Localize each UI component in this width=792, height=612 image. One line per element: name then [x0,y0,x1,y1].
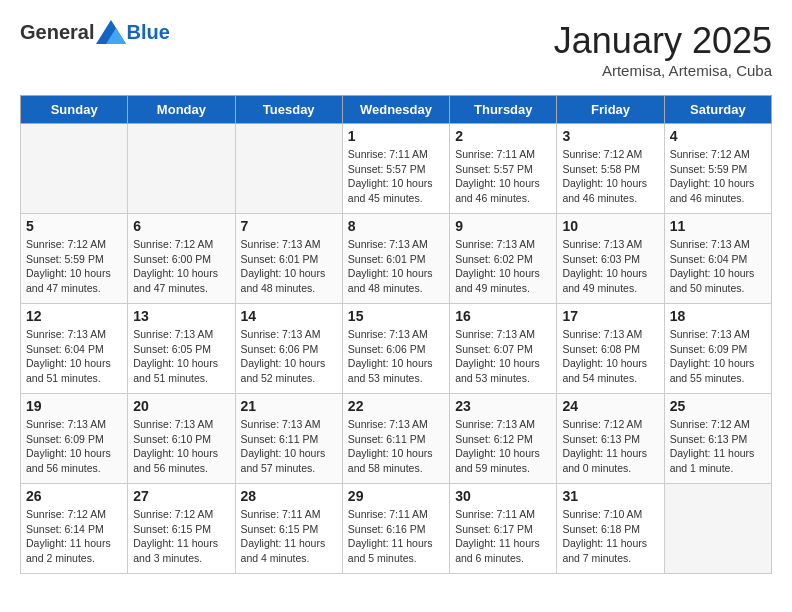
day-number: 14 [241,308,337,324]
day-info: Sunrise: 7:11 AMSunset: 6:17 PMDaylight:… [455,507,551,566]
day-info: Sunrise: 7:10 AMSunset: 6:18 PMDaylight:… [562,507,658,566]
day-number: 25 [670,398,766,414]
day-number: 15 [348,308,444,324]
day-info: Sunrise: 7:12 AMSunset: 6:13 PMDaylight:… [562,417,658,476]
day-info: Sunrise: 7:13 AMSunset: 6:07 PMDaylight:… [455,327,551,386]
day-number: 17 [562,308,658,324]
day-number: 10 [562,218,658,234]
day-number: 5 [26,218,122,234]
day-cell [235,124,342,214]
week-row-5: 26Sunrise: 7:12 AMSunset: 6:14 PMDayligh… [21,484,772,574]
day-number: 11 [670,218,766,234]
day-cell: 9Sunrise: 7:13 AMSunset: 6:02 PMDaylight… [450,214,557,304]
day-cell: 29Sunrise: 7:11 AMSunset: 6:16 PMDayligh… [342,484,449,574]
month-title: January 2025 [554,20,772,62]
day-info: Sunrise: 7:11 AMSunset: 5:57 PMDaylight:… [348,147,444,206]
day-number: 16 [455,308,551,324]
day-info: Sunrise: 7:13 AMSunset: 6:08 PMDaylight:… [562,327,658,386]
day-number: 19 [26,398,122,414]
day-cell: 1Sunrise: 7:11 AMSunset: 5:57 PMDaylight… [342,124,449,214]
day-header-thursday: Thursday [450,96,557,124]
day-header-wednesday: Wednesday [342,96,449,124]
header: General Blue January 2025 Artemisa, Arte… [20,20,772,79]
day-number: 18 [670,308,766,324]
day-number: 23 [455,398,551,414]
header-row: SundayMondayTuesdayWednesdayThursdayFrid… [21,96,772,124]
day-number: 7 [241,218,337,234]
day-cell: 18Sunrise: 7:13 AMSunset: 6:09 PMDayligh… [664,304,771,394]
day-cell: 7Sunrise: 7:13 AMSunset: 6:01 PMDaylight… [235,214,342,304]
day-cell: 4Sunrise: 7:12 AMSunset: 5:59 PMDaylight… [664,124,771,214]
day-number: 28 [241,488,337,504]
day-cell: 21Sunrise: 7:13 AMSunset: 6:11 PMDayligh… [235,394,342,484]
day-info: Sunrise: 7:12 AMSunset: 6:13 PMDaylight:… [670,417,766,476]
day-cell: 30Sunrise: 7:11 AMSunset: 6:17 PMDayligh… [450,484,557,574]
logo-icon [96,20,126,44]
day-number: 8 [348,218,444,234]
day-number: 3 [562,128,658,144]
day-number: 26 [26,488,122,504]
location-title: Artemisa, Artemisa, Cuba [554,62,772,79]
day-cell: 27Sunrise: 7:12 AMSunset: 6:15 PMDayligh… [128,484,235,574]
day-cell: 12Sunrise: 7:13 AMSunset: 6:04 PMDayligh… [21,304,128,394]
day-cell: 5Sunrise: 7:12 AMSunset: 5:59 PMDaylight… [21,214,128,304]
day-cell: 25Sunrise: 7:12 AMSunset: 6:13 PMDayligh… [664,394,771,484]
day-number: 2 [455,128,551,144]
day-cell: 26Sunrise: 7:12 AMSunset: 6:14 PMDayligh… [21,484,128,574]
day-number: 4 [670,128,766,144]
day-cell: 20Sunrise: 7:13 AMSunset: 6:10 PMDayligh… [128,394,235,484]
day-number: 20 [133,398,229,414]
day-cell: 17Sunrise: 7:13 AMSunset: 6:08 PMDayligh… [557,304,664,394]
title-area: January 2025 Artemisa, Artemisa, Cuba [554,20,772,79]
day-info: Sunrise: 7:11 AMSunset: 5:57 PMDaylight:… [455,147,551,206]
day-info: Sunrise: 7:13 AMSunset: 6:10 PMDaylight:… [133,417,229,476]
day-header-saturday: Saturday [664,96,771,124]
day-cell: 11Sunrise: 7:13 AMSunset: 6:04 PMDayligh… [664,214,771,304]
day-info: Sunrise: 7:13 AMSunset: 6:11 PMDaylight:… [348,417,444,476]
week-row-3: 12Sunrise: 7:13 AMSunset: 6:04 PMDayligh… [21,304,772,394]
day-cell: 22Sunrise: 7:13 AMSunset: 6:11 PMDayligh… [342,394,449,484]
day-cell: 3Sunrise: 7:12 AMSunset: 5:58 PMDaylight… [557,124,664,214]
day-info: Sunrise: 7:13 AMSunset: 6:06 PMDaylight:… [348,327,444,386]
logo-general: General [20,21,94,44]
day-number: 27 [133,488,229,504]
day-cell: 31Sunrise: 7:10 AMSunset: 6:18 PMDayligh… [557,484,664,574]
day-info: Sunrise: 7:13 AMSunset: 6:01 PMDaylight:… [348,237,444,296]
day-number: 12 [26,308,122,324]
day-cell: 8Sunrise: 7:13 AMSunset: 6:01 PMDaylight… [342,214,449,304]
day-cell [128,124,235,214]
day-info: Sunrise: 7:13 AMSunset: 6:09 PMDaylight:… [26,417,122,476]
day-cell: 19Sunrise: 7:13 AMSunset: 6:09 PMDayligh… [21,394,128,484]
day-number: 31 [562,488,658,504]
day-cell: 6Sunrise: 7:12 AMSunset: 6:00 PMDaylight… [128,214,235,304]
day-info: Sunrise: 7:13 AMSunset: 6:09 PMDaylight:… [670,327,766,386]
day-cell: 14Sunrise: 7:13 AMSunset: 6:06 PMDayligh… [235,304,342,394]
day-info: Sunrise: 7:12 AMSunset: 6:15 PMDaylight:… [133,507,229,566]
day-cell: 16Sunrise: 7:13 AMSunset: 6:07 PMDayligh… [450,304,557,394]
day-number: 30 [455,488,551,504]
day-info: Sunrise: 7:12 AMSunset: 5:59 PMDaylight:… [670,147,766,206]
day-cell: 15Sunrise: 7:13 AMSunset: 6:06 PMDayligh… [342,304,449,394]
day-cell [21,124,128,214]
calendar-table: SundayMondayTuesdayWednesdayThursdayFrid… [20,95,772,574]
day-info: Sunrise: 7:12 AMSunset: 6:14 PMDaylight:… [26,507,122,566]
week-row-4: 19Sunrise: 7:13 AMSunset: 6:09 PMDayligh… [21,394,772,484]
day-number: 22 [348,398,444,414]
day-info: Sunrise: 7:13 AMSunset: 6:02 PMDaylight:… [455,237,551,296]
day-info: Sunrise: 7:12 AMSunset: 6:00 PMDaylight:… [133,237,229,296]
day-info: Sunrise: 7:13 AMSunset: 6:03 PMDaylight:… [562,237,658,296]
day-number: 24 [562,398,658,414]
day-cell: 10Sunrise: 7:13 AMSunset: 6:03 PMDayligh… [557,214,664,304]
day-number: 1 [348,128,444,144]
day-header-tuesday: Tuesday [235,96,342,124]
day-info: Sunrise: 7:13 AMSunset: 6:01 PMDaylight:… [241,237,337,296]
day-info: Sunrise: 7:13 AMSunset: 6:12 PMDaylight:… [455,417,551,476]
day-info: Sunrise: 7:12 AMSunset: 5:59 PMDaylight:… [26,237,122,296]
logo-blue: Blue [126,21,169,44]
day-cell: 28Sunrise: 7:11 AMSunset: 6:15 PMDayligh… [235,484,342,574]
day-cell: 2Sunrise: 7:11 AMSunset: 5:57 PMDaylight… [450,124,557,214]
day-cell: 24Sunrise: 7:12 AMSunset: 6:13 PMDayligh… [557,394,664,484]
day-number: 6 [133,218,229,234]
day-info: Sunrise: 7:13 AMSunset: 6:11 PMDaylight:… [241,417,337,476]
day-info: Sunrise: 7:13 AMSunset: 6:06 PMDaylight:… [241,327,337,386]
